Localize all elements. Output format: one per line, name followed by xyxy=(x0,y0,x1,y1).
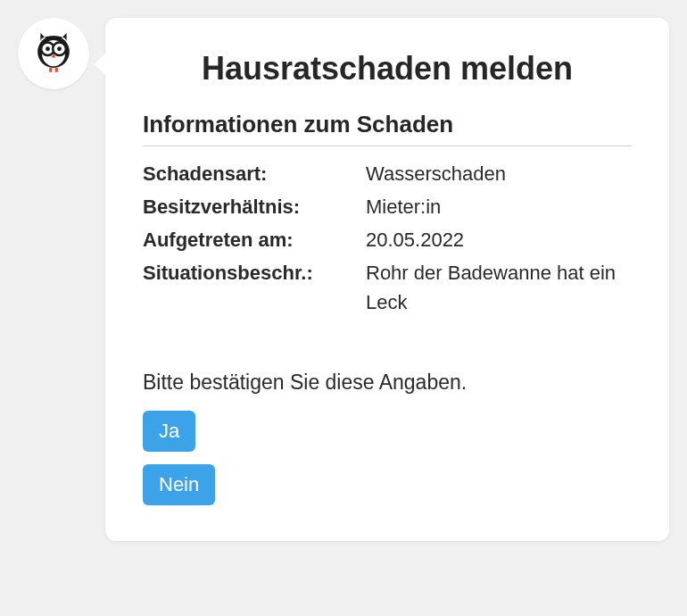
confirm-prompt: Bitte bestätigen Sie diese Angaben. xyxy=(143,370,632,395)
button-group: Ja Nein xyxy=(143,411,632,505)
chat-message-card: Hausratschaden melden Informationen zum … xyxy=(105,18,669,541)
damage-type-value: Wasserschaden xyxy=(366,159,632,188)
yes-button[interactable]: Ja xyxy=(143,411,195,452)
damage-type-label: Schadensart: xyxy=(143,159,357,188)
date-value: 20.05.2022 xyxy=(366,225,632,254)
section-subtitle: Informationen zum Schaden xyxy=(143,111,632,138)
date-label: Aufgetreten am: xyxy=(143,225,357,254)
card-title: Hausratschaden melden xyxy=(143,50,632,87)
situation-label: Situationsbeschr.: xyxy=(143,258,357,317)
svg-rect-6 xyxy=(49,68,52,72)
svg-point-5 xyxy=(57,46,62,51)
no-button[interactable]: Nein xyxy=(143,464,215,505)
ownership-label: Besitzverhältnis: xyxy=(143,192,357,221)
svg-rect-7 xyxy=(55,68,58,72)
divider xyxy=(143,146,632,146)
damage-info-grid: Schadensart: Wasserschaden Besitzverhält… xyxy=(143,159,632,317)
bot-avatar xyxy=(18,18,89,89)
situation-value: Rohr der Badewanne hat ein Leck xyxy=(366,258,632,317)
svg-point-4 xyxy=(46,46,50,51)
owl-icon xyxy=(30,29,77,79)
ownership-value: Mieter:in xyxy=(366,192,632,221)
